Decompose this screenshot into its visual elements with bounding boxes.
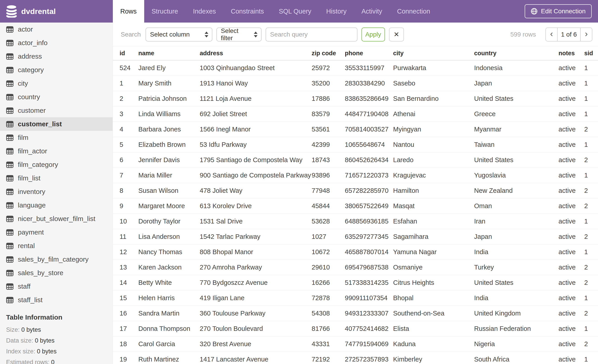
cell-id[interactable]: 4	[113, 122, 138, 137]
cell-address[interactable]: 808 Bhopal Manor	[200, 244, 312, 260]
cell-address[interactable]: 692 Joliet Street	[200, 106, 312, 122]
cell-phone[interactable]: 648856936185	[345, 214, 393, 229]
cell-name[interactable]: Sandra Martin	[138, 306, 200, 321]
cell-name[interactable]: Nancy Thomas	[138, 244, 200, 260]
cell-city[interactable]: Osmaniye	[393, 260, 474, 275]
cell-zip-code[interactable]: 93896	[312, 168, 345, 183]
cell-name[interactable]: Karen Jackson	[138, 260, 200, 275]
cell-notes[interactable]: active	[558, 76, 584, 91]
cell-id[interactable]: 11	[113, 229, 138, 244]
cell-notes[interactable]: active	[558, 122, 584, 137]
cell-address[interactable]: 478 Joliet Way	[200, 183, 312, 198]
cell-id[interactable]: 524	[113, 60, 138, 76]
column-header-name[interactable]: name	[138, 47, 200, 60]
cell-phone[interactable]: 695479687538	[345, 260, 393, 275]
cell-city[interactable]: Kragujevac	[393, 168, 474, 183]
cell-country[interactable]: Yugoslavia	[474, 168, 558, 183]
tab-rows[interactable]: Rows	[113, 0, 144, 23]
cell-notes[interactable]: active	[558, 321, 584, 337]
sidebar-item-address[interactable]: address	[0, 50, 113, 63]
cell-name[interactable]: Margaret Moore	[138, 198, 200, 214]
cell-id[interactable]: 5	[113, 137, 138, 153]
cell-city[interactable]: Laredo	[393, 153, 474, 168]
cell-address[interactable]: 1417 Lancaster Avenue	[200, 352, 312, 364]
cell-sid[interactable]: 2	[584, 275, 598, 291]
column-header-zip-code[interactable]: zip code	[312, 47, 345, 60]
cell-id[interactable]: 14	[113, 275, 138, 291]
cell-id[interactable]: 3	[113, 106, 138, 122]
column-header-address[interactable]: address	[200, 47, 312, 60]
cell-sid[interactable]: 1	[584, 291, 598, 306]
cell-country[interactable]: New Zealand	[474, 183, 558, 198]
cell-phone[interactable]: 716571220373	[345, 168, 393, 183]
cell-name[interactable]: Barbara Jones	[138, 122, 200, 137]
column-header-sid[interactable]: sid	[584, 47, 598, 60]
cell-notes[interactable]: active	[558, 229, 584, 244]
cell-phone[interactable]: 35533115997	[345, 60, 393, 76]
cell-id[interactable]: 13	[113, 260, 138, 275]
cell-country[interactable]: Japan	[474, 229, 558, 244]
cell-country[interactable]: Russian Federation	[474, 321, 558, 337]
sidebar-item-film_list[interactable]: film_list	[0, 171, 113, 185]
cell-zip-code[interactable]: 53628	[312, 214, 345, 229]
cell-sid[interactable]: 1	[584, 91, 598, 106]
cell-zip-code[interactable]: 77948	[312, 183, 345, 198]
cell-id[interactable]: 8	[113, 183, 138, 198]
cell-notes[interactable]: active	[558, 244, 584, 260]
cell-phone[interactable]: 28303384290	[345, 76, 393, 91]
cell-notes[interactable]: active	[558, 183, 584, 198]
cell-sid[interactable]: 2	[584, 122, 598, 137]
cell-id[interactable]: 12	[113, 244, 138, 260]
cell-country[interactable]: India	[474, 244, 558, 260]
cell-zip-code[interactable]: 72192	[312, 352, 345, 364]
cell-address[interactable]: 1795 Santiago de Compostela Way	[200, 153, 312, 168]
cell-id[interactable]: 18	[113, 337, 138, 352]
cell-sid[interactable]: 2	[584, 306, 598, 321]
cell-phone[interactable]: 949312333307	[345, 306, 393, 321]
cell-notes[interactable]: active	[558, 153, 584, 168]
cell-address[interactable]: 360 Toulouse Parkway	[200, 306, 312, 321]
cell-sid[interactable]: 1	[584, 168, 598, 183]
tab-structure[interactable]: Structure	[144, 0, 186, 23]
cell-zip-code[interactable]: 42399	[312, 137, 345, 153]
cell-id[interactable]: 15	[113, 291, 138, 306]
sidebar-item-film_category[interactable]: film_category	[0, 158, 113, 171]
column-header-country[interactable]: country	[474, 47, 558, 60]
cell-sid[interactable]: 2	[584, 337, 598, 352]
cell-city[interactable]: Bhopal	[393, 291, 474, 306]
cell-sid[interactable]: 1	[584, 60, 598, 76]
cell-address[interactable]: 270 Amroha Parkway	[200, 260, 312, 275]
cell-city[interactable]: Southend-on-Sea	[393, 306, 474, 321]
cell-address[interactable]: 320 Brest Avenue	[200, 337, 312, 352]
cell-sid[interactable]: 1	[584, 76, 598, 91]
cell-phone[interactable]: 448477190408	[345, 106, 393, 122]
cell-country[interactable]: Turkey	[474, 260, 558, 275]
tab-constraints[interactable]: Constraints	[224, 0, 272, 23]
cell-id[interactable]: 17	[113, 321, 138, 337]
cell-id[interactable]: 19	[113, 352, 138, 364]
apply-button[interactable]: Apply	[362, 27, 385, 41]
cell-phone[interactable]: 635297277345	[345, 229, 393, 244]
cell-zip-code[interactable]: 54308	[312, 306, 345, 321]
cell-notes[interactable]: active	[558, 106, 584, 122]
cell-sid[interactable]: 2	[584, 183, 598, 198]
cell-phone[interactable]: 657282285970	[345, 183, 393, 198]
tab-indexes[interactable]: Indexes	[185, 0, 224, 23]
cell-country[interactable]: United States	[474, 275, 558, 291]
cell-zip-code[interactable]: 72878	[312, 291, 345, 306]
tab-sql-query[interactable]: SQL Query	[271, 0, 319, 23]
prev-page-button[interactable]: ‹	[546, 28, 557, 41]
cell-id[interactable]: 6	[113, 153, 138, 168]
cell-name[interactable]: Ruth Martinez	[138, 352, 200, 364]
cell-address[interactable]: 1913 Hanoi Way	[200, 76, 312, 91]
cell-city[interactable]: Masqat	[393, 198, 474, 214]
cell-phone[interactable]: 380657522649	[345, 198, 393, 214]
cell-name[interactable]: Betty White	[138, 275, 200, 291]
cell-name[interactable]: Lisa Anderson	[138, 229, 200, 244]
cell-address[interactable]: 770 Bydgoszcz Avenue	[200, 275, 312, 291]
cell-address[interactable]: 900 Santiago de Compostela Parkway	[200, 168, 312, 183]
cell-country[interactable]: Iran	[474, 214, 558, 229]
cell-name[interactable]: Donna Thompson	[138, 321, 200, 337]
cell-notes[interactable]: active	[558, 91, 584, 106]
cell-country[interactable]: Indonesia	[474, 60, 558, 76]
